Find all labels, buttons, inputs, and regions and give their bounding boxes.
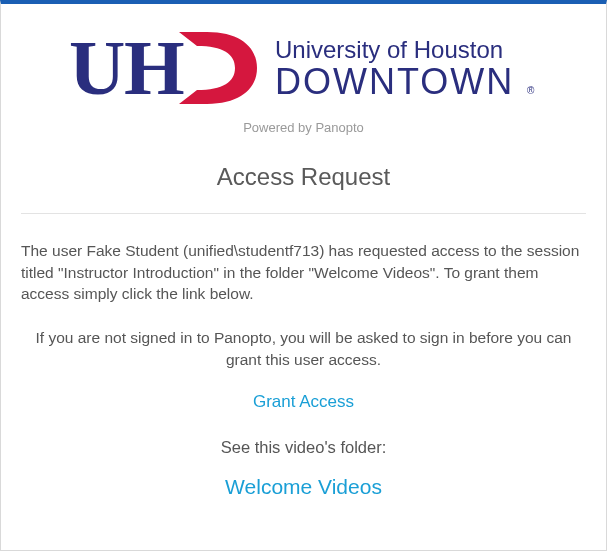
logo-univ-bottom: DOWNTOWN — [275, 61, 514, 102]
folder-link[interactable]: Welcome Videos — [225, 475, 382, 498]
divider — [21, 213, 586, 214]
svg-text:U: U — [69, 28, 125, 110]
page-title: Access Request — [21, 163, 586, 191]
grant-access-link[interactable]: Grant Access — [253, 392, 354, 411]
folder-label: See this video's folder: — [21, 438, 586, 457]
request-message: The user Fake Student (unified\studentf7… — [21, 240, 586, 305]
logo-univ-top: University of Houston — [275, 36, 503, 63]
signin-note: If you are not signed in to Panopto, you… — [21, 327, 586, 370]
powered-by-text: Powered by Panopto — [21, 120, 586, 135]
uhd-logo: U H University of Houston DOWNTOWN ® — [69, 28, 539, 114]
svg-text:®: ® — [527, 85, 535, 96]
logo-block: U H University of Houston DOWNTOWN ® Pow… — [21, 28, 586, 135]
svg-text:H: H — [124, 28, 185, 110]
access-request-card: U H University of Houston DOWNTOWN ® Pow… — [0, 0, 607, 551]
